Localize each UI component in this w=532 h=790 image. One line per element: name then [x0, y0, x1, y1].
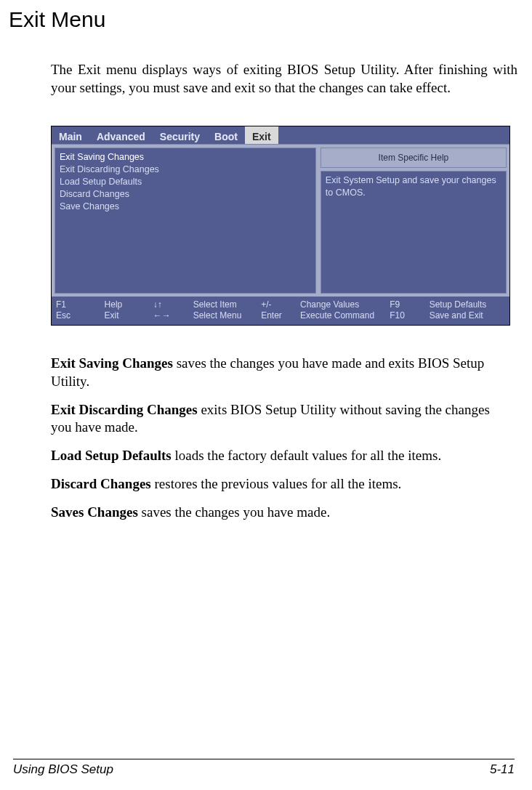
bios-footer-label: Help: [105, 299, 150, 310]
bios-menu-item[interactable]: Exit Discarding Changes: [60, 164, 311, 176]
bios-footer-key: +/-: [261, 299, 294, 310]
page-footer: Using BIOS Setup 5-11: [13, 759, 515, 777]
bios-help-title: Item Specific Help: [321, 148, 507, 168]
bios-footer: F1 Help Esc Exit ↓↑ Select Item ←→ Selec…: [52, 297, 509, 325]
bios-tab-boot[interactable]: Boot: [207, 126, 245, 144]
description-item: Exit Discarding Changes exits BIOS Setup…: [51, 401, 512, 437]
bios-footer-key: ↓↑: [153, 299, 188, 310]
bios-footer-label: Select Item: [193, 299, 259, 310]
bios-tab-main[interactable]: Main: [52, 126, 89, 144]
description-term: Load Setup Defaults: [51, 448, 172, 463]
description-item: Exit Saving Changes saves the changes yo…: [51, 355, 512, 390]
description-text: saves the changes you have made.: [138, 504, 330, 520]
bios-menu-item[interactable]: Discard Changes: [60, 188, 311, 201]
bios-tab-bar: Main Advanced Security Boot Exit: [52, 126, 509, 144]
description-item: Saves Changes saves the changes you have…: [51, 504, 512, 522]
bios-footer-label: Change Values: [300, 299, 387, 310]
description-text: loads the factory default values for all…: [172, 448, 441, 463]
description-term: Exit Saving Changes: [51, 355, 173, 371]
intro-paragraph: The Exit menu displays ways of exiting B…: [51, 61, 517, 97]
bios-footer-key: F1: [56, 299, 99, 310]
bios-footer-label: Setup Defaults: [430, 299, 505, 310]
description-term: Saves Changes: [51, 504, 138, 520]
description-term: Discard Changes: [51, 476, 151, 491]
bios-help-body: Exit System Setup and save your changes …: [321, 171, 507, 294]
bios-footer-label: Exit: [105, 310, 150, 321]
bios-menu-panel: Exit Saving Changes Exit Discarding Chan…: [55, 148, 316, 294]
description-item: Discard Changes restores the previous va…: [51, 475, 512, 493]
footer-page-number: 5-11: [490, 762, 515, 777]
description-item: Load Setup Defaults loads the factory de…: [51, 447, 512, 465]
bios-menu-item[interactable]: Load Setup Defaults: [60, 176, 311, 188]
description-term: Exit Discarding Changes: [51, 402, 198, 417]
bios-tab-advanced[interactable]: Advanced: [89, 126, 153, 144]
descriptions: Exit Saving Changes saves the changes yo…: [51, 355, 512, 521]
bios-footer-key: F9: [390, 299, 423, 310]
description-text: restores the previous values for all the…: [151, 476, 402, 491]
bios-menu-item[interactable]: Save Changes: [60, 201, 311, 213]
bios-footer-label: Save and Exit: [430, 310, 505, 321]
bios-footer-key: F10: [390, 310, 423, 321]
bios-tab-security[interactable]: Security: [153, 126, 207, 144]
bios-footer-key: Enter: [261, 310, 294, 321]
bios-tab-exit[interactable]: Exit: [245, 126, 278, 144]
bios-footer-key: Esc: [56, 310, 99, 321]
footer-left: Using BIOS Setup: [13, 762, 113, 777]
bios-footer-key: ←→: [153, 310, 188, 321]
bios-screenshot: Main Advanced Security Boot Exit Exit Sa…: [51, 126, 510, 326]
bios-footer-label: Execute Command: [300, 310, 387, 321]
bios-footer-label: Select Menu: [193, 310, 259, 321]
bios-menu-item[interactable]: Exit Saving Changes: [60, 151, 311, 164]
page-heading: Exit Menu: [9, 7, 517, 32]
